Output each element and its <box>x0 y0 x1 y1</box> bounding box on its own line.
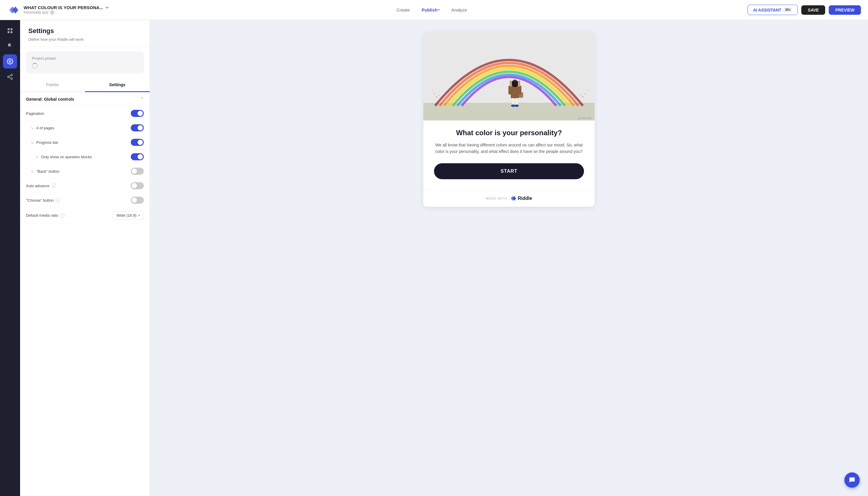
nav-create[interactable]: Create <box>397 6 410 14</box>
sidebar-item-settings[interactable] <box>3 54 17 68</box>
progress-toggle[interactable] <box>131 139 144 146</box>
question-blocks-toggle[interactable] <box>131 153 144 160</box>
svg-point-6 <box>8 76 10 78</box>
quiz-title-area: WHAT COLOUR IS YOUR PERSONA... ✏ Persona… <box>24 5 109 15</box>
settings-panel: Settings Define how your Riddle will wor… <box>20 20 150 496</box>
setting-row-question-blocks: ↳ Only show on question blocks <box>20 150 150 164</box>
media-ratio-value: Wide (16:9) <box>117 213 136 218</box>
logo-area: WHAT COLOUR IS YOUR PERSONA... ✏ Persona… <box>7 3 109 17</box>
tab-settings[interactable]: Settings <box>85 78 150 92</box>
quiz-footer: MADE WITH Riddle <box>423 190 594 207</box>
svg-point-15 <box>585 94 586 94</box>
sub-arrow-back-icon: ↳ <box>31 169 34 174</box>
svg-rect-23 <box>518 81 520 87</box>
media-ratio-label: Default media ratio i <box>26 213 65 218</box>
chat-button[interactable] <box>844 472 860 488</box>
svg-point-14 <box>580 95 581 96</box>
setting-row-pages: ↳ # of pages <box>20 121 150 135</box>
sidebar-item-flag[interactable] <box>3 39 17 53</box>
share-icon <box>7 74 13 80</box>
sidebar-item-grid[interactable] <box>3 24 17 38</box>
quiz-start-button[interactable]: START <box>434 163 584 179</box>
riddle-brand-name: Riddle <box>518 196 532 201</box>
sub-arrow-q-icon: ↳ <box>35 155 39 159</box>
made-with-text: MADE WITH <box>486 197 507 200</box>
tab-palette[interactable]: Palette <box>20 78 85 92</box>
preview-area: pexels.com What color is your personalit… <box>150 20 868 496</box>
quiz-preview-desc: We all know that having different colors… <box>434 142 584 155</box>
choose-button-info-icon[interactable]: i <box>56 198 60 203</box>
setting-row-progress: ↳ Progress bar <box>20 135 150 150</box>
ai-assistant-button[interactable]: AI ASSISTANT ⌘K <box>747 5 798 15</box>
svg-point-4 <box>9 61 11 62</box>
pages-label: ↳ # of pages <box>31 126 54 130</box>
svg-point-7 <box>11 78 13 80</box>
preview-button[interactable]: PREVIEW <box>829 5 861 15</box>
sub-arrow-progress-icon: ↳ <box>31 140 34 145</box>
setting-row-choose-button: "Choose" button i <box>20 193 150 207</box>
riddle-icon <box>510 195 517 202</box>
svg-rect-29 <box>519 92 523 98</box>
media-ratio-info-icon[interactable]: i <box>60 213 65 218</box>
info-icon-subtitle[interactable]: i <box>50 10 55 15</box>
auto-advance-info-icon[interactable]: i <box>51 183 56 188</box>
quiz-preview-title: What color is your personality? <box>434 129 584 137</box>
auto-advance-toggle[interactable] <box>131 182 144 189</box>
nav-publish[interactable]: Publish* <box>422 6 439 14</box>
svg-rect-3 <box>11 31 12 33</box>
svg-text:pexels.com: pexels.com <box>578 117 592 120</box>
auto-advance-label: Auto advance i <box>26 183 56 188</box>
svg-rect-26 <box>515 98 518 105</box>
quiz-hero-image: pexels.com <box>423 32 594 121</box>
svg-point-13 <box>582 96 584 97</box>
back-button-label: ↳ "Back" button <box>31 169 59 174</box>
svg-point-12 <box>434 94 435 94</box>
setting-row-back-button: ↳ "Back" button <box>20 164 150 179</box>
svg-point-17 <box>588 90 589 92</box>
quiz-subtitle-area: Personality quiz i <box>24 10 109 15</box>
sidebar-icons <box>0 20 20 496</box>
setting-row-pagination: Pagination <box>20 106 150 121</box>
publish-badge: * <box>438 8 439 12</box>
ai-shortcut: ⌘K <box>784 7 792 12</box>
preset-box: Project preset <box>26 51 144 74</box>
quiz-card: pexels.com What color is your personalit… <box>423 32 594 207</box>
quiz-subtitle: Personality quiz <box>24 10 49 14</box>
section-general-header[interactable]: General: Global controls ⌃ <box>20 92 150 106</box>
svg-rect-24 <box>513 80 516 82</box>
grid-icon <box>7 28 13 34</box>
main-layout: Settings Define how your Riddle will wor… <box>0 20 868 496</box>
svg-point-16 <box>432 90 433 92</box>
choose-button-label: "Choose" button i <box>26 198 60 203</box>
topbar: WHAT COLOUR IS YOUR PERSONA... ✏ Persona… <box>0 0 868 20</box>
section-general-title: General: Global controls <box>26 97 74 102</box>
quiz-name: WHAT COLOUR IS YOUR PERSONA... <box>24 5 103 10</box>
pages-toggle[interactable] <box>131 124 144 131</box>
quiz-body: What color is your personality? We all k… <box>423 121 594 190</box>
settings-tabs: Palette Settings <box>20 78 150 92</box>
settings-header: Settings Define how your Riddle will wor… <box>20 20 150 47</box>
top-nav: Create Publish* Analyze <box>397 6 467 14</box>
svg-point-11 <box>438 95 439 96</box>
svg-rect-22 <box>510 81 512 87</box>
choose-button-toggle[interactable] <box>131 197 144 204</box>
svg-rect-2 <box>8 31 10 33</box>
topbar-actions: AI ASSISTANT ⌘K SAVE PREVIEW <box>747 5 861 15</box>
media-ratio-dropdown[interactable]: Wide (16:9) ▾ <box>113 211 144 220</box>
quiz-title-main: WHAT COLOUR IS YOUR PERSONA... ✏ <box>24 5 109 10</box>
flag-icon <box>7 43 13 49</box>
gear-icon <box>7 58 13 65</box>
riddle-logo-icon <box>7 3 20 17</box>
sub-arrow-icon: ↳ <box>31 126 34 130</box>
edit-icon[interactable]: ✏ <box>105 5 109 10</box>
back-button-toggle[interactable] <box>131 168 144 175</box>
sidebar-item-share[interactable] <box>3 70 17 84</box>
svg-rect-0 <box>8 28 10 30</box>
nav-analyze[interactable]: Analyze <box>451 6 467 14</box>
pagination-toggle[interactable] <box>131 110 144 117</box>
riddle-brand-logo: Riddle <box>510 195 532 202</box>
question-blocks-label: ↳ Only show on question blocks <box>35 155 92 159</box>
svg-rect-1 <box>11 28 12 30</box>
save-button[interactable]: SAVE <box>801 5 825 15</box>
settings-description: Define how your Riddle will work <box>28 37 141 42</box>
